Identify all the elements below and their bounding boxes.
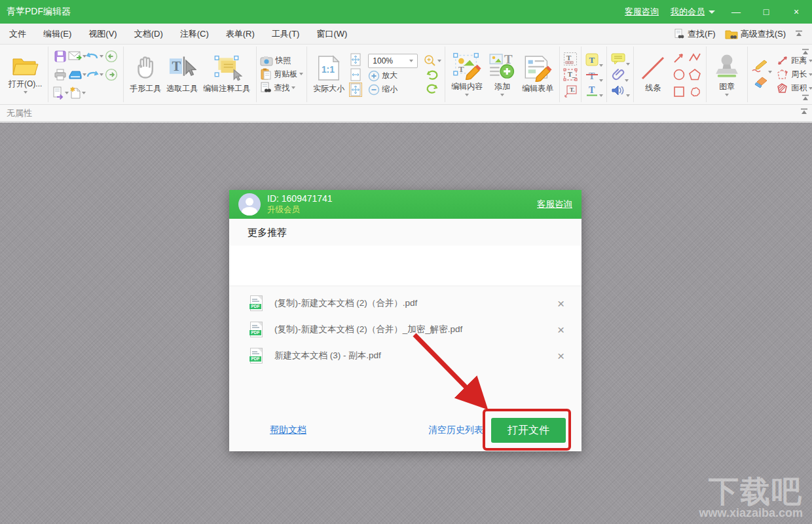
- previous-view-button[interactable]: [105, 50, 118, 63]
- fit-page-button[interactable]: [350, 53, 361, 66]
- distance-icon: [776, 55, 789, 67]
- select-tool-button[interactable]: T 选取工具: [164, 54, 200, 94]
- edit-annotation-tool-button[interactable]: 编辑注释工具: [200, 54, 253, 94]
- document-workspace: ID: 1609471741 升级会员 客服咨询 更多推荐 PDF (复制)-新…: [0, 122, 812, 524]
- callout-tool-button[interactable]: T.: [563, 83, 578, 98]
- rotate-right-button[interactable]: [426, 83, 439, 95]
- plus-circle-icon: [368, 70, 380, 82]
- clipboard-button[interactable]: 剪贴板: [260, 68, 303, 80]
- polyline-tool-button[interactable]: [688, 51, 701, 64]
- hand-tool-label: 手形工具: [130, 83, 161, 94]
- menu-form[interactable]: 表单(R): [226, 28, 255, 40]
- snapshot-button[interactable]: 快照: [260, 55, 303, 66]
- marquee-zoom-button[interactable]: [423, 54, 441, 67]
- collapse-toolbar-top-icon[interactable]: [802, 48, 809, 56]
- pdf-file-icon: PDF: [250, 295, 263, 311]
- hand-tool-button[interactable]: 手形工具: [127, 54, 164, 94]
- remove-file-icon[interactable]: ×: [557, 324, 564, 336]
- fit-visible-button[interactable]: [350, 83, 361, 96]
- toolbar-find-button[interactable]: 查找: [260, 82, 303, 94]
- edit-form-button[interactable]: 编辑表单: [519, 54, 556, 94]
- collapse-toolbar-bottom-icon[interactable]: [802, 94, 809, 102]
- rectangle-tool-button[interactable]: [673, 85, 686, 98]
- undo-button[interactable]: [85, 50, 103, 62]
- zoom-in-button[interactable]: 放大: [368, 70, 418, 82]
- upgrade-member-link[interactable]: 升级会员: [267, 204, 333, 215]
- cloud-tool-button[interactable]: [688, 85, 701, 98]
- pencil-tool-button[interactable]: [751, 59, 772, 73]
- next-view-button[interactable]: [105, 68, 118, 81]
- open-file-dialog-button[interactable]: 打开文件: [491, 418, 566, 443]
- menu-view[interactable]: 视图(V): [88, 28, 117, 40]
- remove-file-icon[interactable]: ×: [557, 297, 564, 310]
- menu-comment[interactable]: 注释(C): [180, 28, 209, 40]
- eraser-tool-button[interactable]: [753, 75, 770, 90]
- sound-button[interactable]: [610, 84, 630, 97]
- more-recommend-title: 更多推荐: [229, 219, 581, 239]
- fit-width-button[interactable]: [350, 68, 361, 81]
- menu-edit[interactable]: 编辑(E): [43, 28, 71, 40]
- redo-button[interactable]: [85, 69, 103, 81]
- measure-perimeter-button[interactable]: 周长: [776, 69, 812, 81]
- minimize-button[interactable]: —: [727, 5, 745, 19]
- recent-file-row[interactable]: PDF 新建文本文档 (3) - 副本.pdf ×: [250, 343, 564, 369]
- measure-area-button[interactable]: 面积: [776, 83, 812, 94]
- stamp-button[interactable]: 图章: [710, 52, 744, 96]
- measure-distance-button[interactable]: 距离: [776, 55, 812, 67]
- recent-file-row[interactable]: PDF (复制)-新建文本文档 (2)（合并）_加密_解密.pdf ×: [250, 316, 564, 343]
- line-tool-button[interactable]: 线条: [637, 55, 669, 94]
- clear-history-link[interactable]: 清空历史列表: [428, 424, 483, 436]
- remove-file-icon[interactable]: ×: [557, 350, 564, 362]
- save-button[interactable]: [54, 50, 67, 63]
- find-button[interactable]: 查找(F): [673, 28, 716, 40]
- polygon-tool-button[interactable]: [688, 68, 701, 81]
- actual-size-button[interactable]: 1:1 实际大小: [310, 54, 347, 94]
- member-menu[interactable]: 我的会员: [671, 6, 715, 18]
- open-file-button[interactable]: 打开(O)...: [6, 55, 45, 94]
- arrow-tool-button[interactable]: [673, 51, 686, 64]
- circle-tool-button[interactable]: [673, 68, 686, 81]
- svg-text:T: T: [458, 64, 464, 74]
- recommend-area: [229, 246, 581, 286]
- menu-document[interactable]: 文档(D): [134, 28, 163, 40]
- add-content-button[interactable]: T 添加: [485, 52, 519, 96]
- menu-bar: 文件 编辑(E) 视图(V) 文档(D) 注释(C) 表单(R) 工具(T) 窗…: [0, 24, 812, 45]
- export-button[interactable]: [52, 86, 69, 100]
- dialog-support-link[interactable]: 客服咨询: [537, 198, 572, 210]
- attachment-button[interactable]: [612, 67, 629, 82]
- text-box-tool-button[interactable]: T_: [563, 68, 578, 81]
- user-avatar[interactable]: [238, 193, 261, 215]
- advanced-find-button[interactable]: 高级查找(S): [725, 28, 786, 40]
- sticky-note-button[interactable]: [610, 52, 630, 66]
- zoom-level-select[interactable]: 100%: [368, 54, 418, 68]
- recent-file-name[interactable]: (复制)-新建文本文档 (2)（合并）_加密_解密.pdf: [274, 324, 462, 335]
- zoom-in-label: 放大: [382, 70, 397, 81]
- collapse-propbar-icon[interactable]: [800, 108, 808, 115]
- svg-text:T_: T_: [568, 71, 576, 78]
- menu-window[interactable]: 窗口(W): [316, 28, 347, 40]
- menu-file[interactable]: 文件: [9, 28, 26, 40]
- collapse-menubar-icon[interactable]: [795, 30, 803, 37]
- find-document-icon: [673, 28, 685, 40]
- camera-icon: [260, 56, 273, 66]
- zoom-out-button[interactable]: 缩小: [368, 84, 418, 96]
- recent-file-name[interactable]: (复制)-新建文本文档 (2)（合并）.pdf: [274, 297, 417, 309]
- recent-file-name[interactable]: 新建文本文档 (3) - 副本.pdf: [274, 350, 381, 362]
- underline-text-button[interactable]: T: [585, 84, 603, 97]
- help-doc-link[interactable]: 帮助文档: [270, 424, 306, 436]
- highlight-text-button[interactable]: T: [585, 52, 603, 67]
- strikethrough-text-button[interactable]: T: [585, 69, 603, 82]
- rotate-left-button[interactable]: [426, 69, 439, 81]
- titlebar-support-link[interactable]: 客服咨询: [625, 6, 659, 18]
- email-button[interactable]: [68, 50, 86, 62]
- edit-content-button[interactable]: T 编辑内容: [449, 52, 485, 96]
- recent-file-row[interactable]: PDF (复制)-新建文本文档 (2)（合并）.pdf ×: [250, 290, 564, 316]
- text-field-tool-button[interactable]: T: [563, 52, 578, 66]
- print-button[interactable]: [54, 68, 67, 81]
- toolbar-find-label: 查找: [274, 83, 289, 94]
- close-button[interactable]: ×: [787, 5, 805, 19]
- maximize-button[interactable]: □: [757, 5, 775, 19]
- new-document-button[interactable]: ✱: [69, 86, 86, 100]
- menu-tools[interactable]: 工具(T): [272, 28, 300, 40]
- scanner-button[interactable]: [68, 69, 86, 80]
